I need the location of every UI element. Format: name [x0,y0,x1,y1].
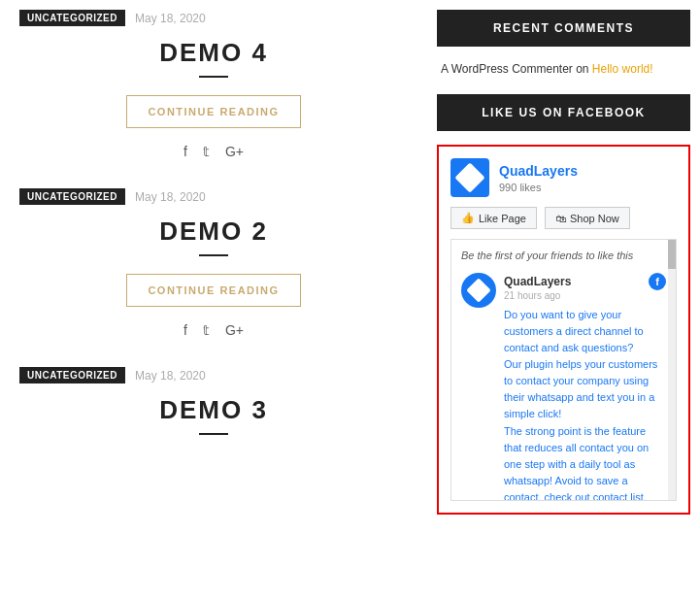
fb-logo [450,158,489,197]
fb-scroll-area[interactable]: Be the first of your friends to like thi… [450,239,677,501]
fb-like-label: Like Page [479,213,526,224]
googleplus-icon-2[interactable]: G+ [225,322,244,338]
facebook-header: LIKE US ON FACEBOOK [437,94,690,131]
post-divider-1 [199,76,228,78]
social-icons-1: f 𝕥 G+ [19,144,408,159]
fb-post-name: QuadLayers f [504,273,666,290]
post-meta-1: UNCATEGORIZED May 18, 2020 [19,10,408,26]
fb-circle-icon: f [649,273,666,290]
fb-post-text: Do you want to give your customers a dir… [504,307,666,501]
comment-on-text: on [576,62,592,76]
tag-badge-1: UNCATEGORIZED [19,10,125,26]
fb-likes-count: 990 likes [499,182,578,193]
social-icons-2: f 𝕥 G+ [19,322,408,338]
twitter-icon[interactable]: 𝕥 [203,144,210,159]
fb-thumbs-icon: 👍 [461,212,475,224]
post-divider-2 [199,254,228,256]
post-date-2: May 18, 2020 [135,190,206,204]
fb-bag-icon: 🛍 [555,213,566,224]
fb-actions: 👍 Like Page 🛍 Shop Now [450,207,677,229]
fb-page-header: QuadLayers 990 likes [450,158,677,197]
recent-comment-item: A WordPress Commenter on Hello world! [437,60,690,79]
fb-post-avatar [461,273,496,308]
post-meta-2: UNCATEGORIZED May 18, 2020 [19,188,408,205]
post-date-1: May 18, 2020 [135,12,206,25]
fb-post-avatar-diamond [466,278,490,302]
facebook-icon-2[interactable]: f [183,322,187,338]
sidebar: RECENT COMMENTS A WordPress Commenter on… [427,10,700,590]
post-block-3: UNCATEGORIZED May 18, 2020 DEMO 3 [19,367,408,435]
recent-comments-header: RECENT COMMENTS [437,10,690,47]
twitter-icon-2[interactable]: 𝕥 [203,322,210,338]
post-block-1: UNCATEGORIZED May 18, 2020 DEMO 4 CONTIN… [19,10,408,159]
post-block-2: UNCATEGORIZED May 18, 2020 DEMO 2 CONTIN… [19,188,408,338]
comment-link[interactable]: Hello world! [592,62,653,76]
post-date-3: May 18, 2020 [135,369,206,383]
fb-shop-button[interactable]: 🛍 Shop Now [545,207,630,229]
fb-scrollbar[interactable] [668,240,676,500]
fb-like-button[interactable]: 👍 Like Page [450,207,537,229]
post-divider-3 [199,433,228,435]
googleplus-icon[interactable]: G+ [225,144,244,159]
fb-post: QuadLayers f 21 hours ago Do you want to… [461,273,666,501]
fb-page-name[interactable]: QuadLayers [499,162,578,182]
fb-friends-text: Be the first of your friends to like thi… [461,250,666,261]
post-title-3: DEMO 3 [19,395,408,425]
fb-logo-diamond [454,163,484,193]
main-content: UNCATEGORIZED May 18, 2020 DEMO 4 CONTIN… [0,10,427,590]
tag-badge-3: UNCATEGORIZED [19,367,125,383]
fb-post-author: QuadLayers [504,275,571,288]
post-title-2: DEMO 2 [19,217,408,247]
tag-badge-2: UNCATEGORIZED [19,188,125,205]
post-title-1: DEMO 4 [19,38,408,68]
fb-scrollbar-thumb [668,240,676,269]
fb-shop-label: Shop Now [570,213,619,224]
fb-post-content: QuadLayers f 21 hours ago Do you want to… [504,273,666,501]
commenter-name: A WordPress Commenter [441,62,573,76]
fb-page-info: QuadLayers 990 likes [499,162,578,193]
facebook-widget: QuadLayers 990 likes 👍 Like Page 🛍 Shop … [437,145,690,515]
fb-scroll-inner: Be the first of your friends to like thi… [451,240,676,501]
continue-reading-button-1[interactable]: CONTINUE READING [126,95,301,128]
facebook-icon[interactable]: f [183,144,187,159]
post-meta-3: UNCATEGORIZED May 18, 2020 [19,367,408,383]
continue-reading-button-2[interactable]: CONTINUE READING [126,274,301,307]
fb-post-time: 21 hours ago [504,290,666,301]
